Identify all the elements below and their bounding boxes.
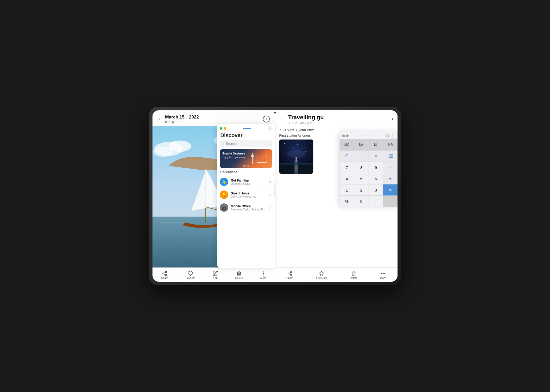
calc-6-button[interactable]: 6 [369,173,383,184]
svg-line-18 [164,274,166,275]
left-panel: ← March 15，2022 5:09 p.m. i [152,110,275,282]
right-delete-button[interactable]: Delete [347,270,361,281]
calc-control-1[interactable] [342,135,345,137]
notes-image [279,140,313,174]
collection-name-smart-home: Smart Home [231,192,266,195]
mobile-office-icon: 💼 [222,205,226,210]
calc-more-dot-2 [393,136,393,136]
calc-equals-button[interactable]: = [383,184,398,195]
calc-control-2[interactable] [346,135,349,137]
right-more-button[interactable]: More [377,270,389,281]
svg-marker-48 [319,271,324,276]
svg-point-51 [384,273,385,274]
left-edit-label: Edit [213,277,217,280]
info-button[interactable]: i [263,116,270,122]
right-panel: ← Travelling gu Jun. 23, 4:42 p.m. [275,110,398,282]
collection-item-smart-home[interactable]: 💡 Smart Home Daily Life Reimagined 3 › [220,188,272,201]
lighthouse-icon [249,153,257,166]
svg-point-50 [383,273,384,274]
close-button[interactable]: × [268,126,272,131]
notes-more-button[interactable] [391,117,393,122]
svg-point-49 [381,273,382,274]
collection-item-get-familiar[interactable]: 👆 Get Familiar Learn the Basics 9 › [220,176,272,188]
svg-point-15 [165,271,167,273]
calc-decimal-button[interactable]: . [369,196,383,207]
calc-7-button[interactable]: 7 [340,162,354,173]
right-more-icon [380,271,386,276]
more-dot-2 [392,119,393,120]
calc-mplus-button[interactable]: M+ [354,139,368,150]
calc-3-button[interactable]: 3 [369,184,383,195]
calc-2-button[interactable]: 2 [354,184,368,195]
right-share-label: Share [286,277,293,280]
collections-list: 👆 Get Familiar Learn the Basics 9 › [217,176,275,268]
collection-icon-get-familiar: 👆 [220,178,228,186]
collection-item-mobile-office[interactable]: 💼 Mobile Office Seamless Tasks, Soaring … [220,201,272,214]
calc-more-button[interactable] [391,134,395,138]
get-familiar-icon: 👆 [222,180,226,184]
calc-1-button[interactable]: 1 [340,184,354,195]
date-text: March 15，2022 [165,114,199,120]
notes-title: Travelling gu [288,114,389,121]
svg-point-22 [263,275,264,276]
discover-panel: × Discover ⌕ Search Enable Gestures Enjo… [217,124,275,268]
svg-point-20 [263,272,264,272]
night-sky-image [279,140,313,174]
left-share-button[interactable]: Share [158,270,171,281]
calc-4-button[interactable]: 4 [340,173,354,184]
search-icon: ⌕ [222,142,224,146]
calc-multiply-button[interactable]: × [369,151,383,162]
discover-banner[interactable]: Enable Gestures Enjoy fluid operations [220,149,272,168]
edit-icon [213,271,218,276]
calc-9-button[interactable]: 9 [369,162,383,173]
notes-back-button[interactable]: ← [279,117,284,123]
right-favourite-label: Favourite [316,277,327,280]
calc-window-controls [342,135,349,137]
calc-mminus-button[interactable]: M- [369,139,383,150]
left-bottom-bar: Share Favorite Edit [152,267,275,282]
calc-5-button[interactable]: 5 [354,173,368,184]
calc-plus-button[interactable]: + [383,173,398,184]
svg-rect-12 [252,156,253,164]
left-more-button[interactable]: More [257,270,269,281]
right-favourite-button[interactable]: Favourite [313,270,330,281]
right-share-button[interactable]: Share [283,270,297,281]
left-favorite-label: Favorite [186,277,195,280]
left-edit-button[interactable]: Edit [210,270,221,281]
calc-more-dot-1 [393,134,393,135]
info-icon: i [266,117,267,121]
back-button[interactable]: ← [158,116,162,122]
left-favorite-button[interactable]: Favorite [182,270,198,281]
calc-mc-button[interactable]: MC [340,139,354,150]
calc-divide-button[interactable]: ÷ [354,151,368,162]
left-delete-button[interactable]: Delete [232,270,246,281]
right-share-icon [287,271,293,276]
svg-point-35 [282,158,282,158]
collection-meta-mobile-office: 7 › [269,206,272,209]
svg-point-24 [284,143,285,144]
left-delete-label: Delete [235,277,243,280]
calc-clear-button[interactable]: C [340,151,354,162]
calc-backspace-button[interactable]: ⌫ [383,151,398,162]
time-text: 5:09 p.m. [165,120,199,124]
minimize-button[interactable] [224,127,226,130]
svg-point-33 [305,151,306,152]
calc-mr-button[interactable]: MR [383,139,398,150]
front-camera-icon [274,112,276,114]
calc-percent-button[interactable]: % [340,196,354,207]
collection-count-mobile-office: 7 [269,206,271,209]
calc-close-button[interactable]: × [385,133,390,138]
banner-dot-1 [243,165,245,167]
calc-0-button[interactable]: 0 [354,196,368,207]
expand-button[interactable] [220,127,222,130]
svg-point-25 [291,142,291,142]
banner-dot-2 [246,165,247,167]
right-star-icon [319,271,324,276]
discover-search-bar[interactable]: ⌕ Search [220,140,272,147]
tablet-device: ← March 15，2022 5:09 p.m. i [149,107,401,285]
calc-minus-button[interactable]: − [383,162,398,173]
calc-8-button[interactable]: 8 [354,162,368,173]
more-dot-1 [392,118,393,119]
svg-rect-13 [251,155,254,157]
collection-name-get-familiar: Get Familiar [231,179,266,182]
